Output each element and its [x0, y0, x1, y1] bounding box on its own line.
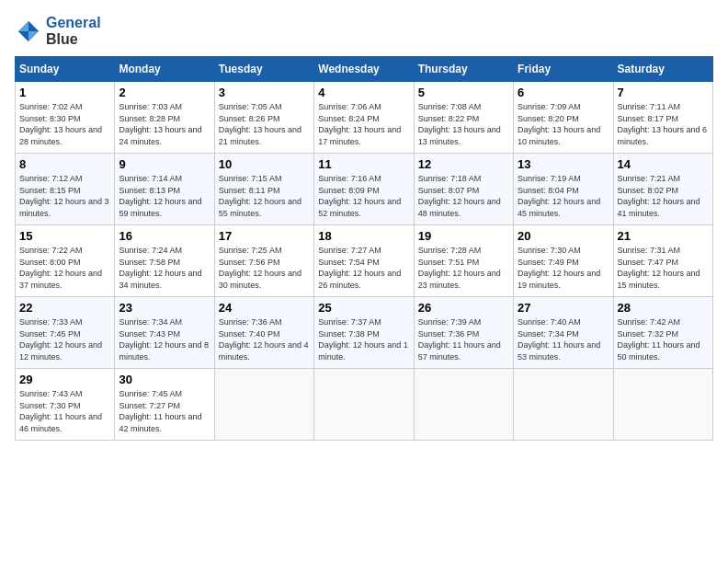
logo: General Blue	[15, 15, 101, 47]
day-cell: 9 Sunrise: 7:14 AM Sunset: 8:13 PM Dayli…	[115, 154, 214, 225]
col-wednesday: Wednesday	[314, 57, 414, 82]
day-cell: 23 Sunrise: 7:34 AM Sunset: 7:43 PM Dayl…	[115, 297, 214, 369]
day-detail: Sunrise: 7:03 AM Sunset: 8:28 PM Dayligh…	[119, 101, 210, 147]
day-detail: Sunrise: 7:22 AM Sunset: 8:00 PM Dayligh…	[19, 245, 110, 291]
week-row-3: 15 Sunrise: 7:22 AM Sunset: 8:00 PM Dayl…	[16, 225, 713, 297]
col-friday: Friday	[514, 57, 613, 82]
day-number: 29	[19, 373, 110, 386]
day-detail: Sunrise: 7:42 AM Sunset: 7:32 PM Dayligh…	[618, 316, 709, 362]
col-sunday: Sunday	[16, 57, 115, 82]
header-row: Sunday Monday Tuesday Wednesday Thursday…	[16, 57, 713, 82]
day-detail: Sunrise: 7:45 AM Sunset: 7:27 PM Dayligh…	[119, 388, 210, 434]
day-cell: 29 Sunrise: 7:43 AM Sunset: 7:30 PM Dayl…	[16, 369, 115, 441]
header: General Blue	[15, 15, 713, 47]
day-detail: Sunrise: 7:12 AM Sunset: 8:15 PM Dayligh…	[19, 173, 110, 219]
col-thursday: Thursday	[414, 57, 513, 82]
day-cell: 28 Sunrise: 7:42 AM Sunset: 7:32 PM Dayl…	[613, 297, 712, 369]
day-cell: 15 Sunrise: 7:22 AM Sunset: 8:00 PM Dayl…	[16, 225, 115, 297]
day-cell: 20 Sunrise: 7:30 AM Sunset: 7:49 PM Dayl…	[514, 225, 613, 297]
day-detail: Sunrise: 7:05 AM Sunset: 8:26 PM Dayligh…	[219, 101, 310, 147]
day-cell	[514, 369, 613, 441]
day-number: 22	[19, 301, 110, 315]
day-number: 26	[418, 301, 509, 315]
day-detail: Sunrise: 7:27 AM Sunset: 7:54 PM Dayligh…	[318, 245, 409, 291]
day-cell: 6 Sunrise: 7:09 AM Sunset: 8:20 PM Dayli…	[514, 82, 613, 154]
col-monday: Monday	[115, 57, 214, 82]
day-cell	[613, 369, 712, 441]
day-detail: Sunrise: 7:06 AM Sunset: 8:24 PM Dayligh…	[318, 101, 409, 147]
day-detail: Sunrise: 7:24 AM Sunset: 7:58 PM Dayligh…	[119, 245, 210, 291]
day-detail: Sunrise: 7:36 AM Sunset: 7:40 PM Dayligh…	[219, 316, 310, 362]
day-detail: Sunrise: 7:02 AM Sunset: 8:30 PM Dayligh…	[19, 101, 110, 147]
day-detail: Sunrise: 7:30 AM Sunset: 7:49 PM Dayligh…	[518, 245, 609, 291]
day-detail: Sunrise: 7:37 AM Sunset: 7:38 PM Dayligh…	[318, 316, 409, 362]
day-number: 7	[618, 86, 709, 99]
day-cell: 1 Sunrise: 7:02 AM Sunset: 8:30 PM Dayli…	[16, 82, 115, 154]
day-cell: 19 Sunrise: 7:28 AM Sunset: 7:51 PM Dayl…	[414, 225, 513, 297]
day-number: 1	[19, 86, 110, 99]
day-cell: 14 Sunrise: 7:21 AM Sunset: 8:02 PM Dayl…	[613, 154, 712, 225]
day-cell: 3 Sunrise: 7:05 AM Sunset: 8:26 PM Dayli…	[214, 82, 313, 154]
day-detail: Sunrise: 7:25 AM Sunset: 7:56 PM Dayligh…	[219, 245, 310, 291]
col-saturday: Saturday	[613, 57, 712, 82]
day-cell: 2 Sunrise: 7:03 AM Sunset: 8:28 PM Dayli…	[115, 82, 214, 154]
day-cell: 7 Sunrise: 7:11 AM Sunset: 8:17 PM Dayli…	[613, 82, 712, 154]
day-number: 16	[119, 229, 210, 243]
day-cell: 30 Sunrise: 7:45 AM Sunset: 7:27 PM Dayl…	[115, 369, 214, 441]
day-cell: 26 Sunrise: 7:39 AM Sunset: 7:36 PM Dayl…	[414, 297, 513, 369]
day-cell: 8 Sunrise: 7:12 AM Sunset: 8:15 PM Dayli…	[16, 154, 115, 225]
day-cell: 21 Sunrise: 7:31 AM Sunset: 7:47 PM Dayl…	[613, 225, 712, 297]
day-cell: 16 Sunrise: 7:24 AM Sunset: 7:58 PM Dayl…	[115, 225, 214, 297]
day-cell	[414, 369, 513, 441]
day-cell: 11 Sunrise: 7:16 AM Sunset: 8:09 PM Dayl…	[314, 154, 414, 225]
day-detail: Sunrise: 7:15 AM Sunset: 8:11 PM Dayligh…	[219, 173, 310, 219]
day-cell: 18 Sunrise: 7:27 AM Sunset: 7:54 PM Dayl…	[314, 225, 414, 297]
day-cell: 17 Sunrise: 7:25 AM Sunset: 7:56 PM Dayl…	[214, 225, 313, 297]
day-number: 21	[618, 229, 709, 243]
day-number: 20	[518, 229, 609, 243]
day-cell: 24 Sunrise: 7:36 AM Sunset: 7:40 PM Dayl…	[214, 297, 313, 369]
day-detail: Sunrise: 7:28 AM Sunset: 7:51 PM Dayligh…	[418, 245, 509, 291]
calendar-page: General Blue Sunday Monday Tuesday Wedne…	[0, 0, 728, 563]
day-number: 5	[418, 86, 509, 99]
day-detail: Sunrise: 7:08 AM Sunset: 8:22 PM Dayligh…	[418, 101, 509, 147]
day-number: 11	[318, 157, 409, 171]
week-row-1: 1 Sunrise: 7:02 AM Sunset: 8:30 PM Dayli…	[16, 82, 713, 154]
day-number: 24	[219, 301, 310, 315]
day-cell: 10 Sunrise: 7:15 AM Sunset: 8:11 PM Dayl…	[214, 154, 313, 225]
day-detail: Sunrise: 7:31 AM Sunset: 7:47 PM Dayligh…	[618, 245, 709, 291]
day-number: 30	[119, 373, 210, 386]
day-detail: Sunrise: 7:11 AM Sunset: 8:17 PM Dayligh…	[618, 101, 709, 147]
day-number: 23	[119, 301, 210, 315]
day-cell: 25 Sunrise: 7:37 AM Sunset: 7:38 PM Dayl…	[314, 297, 414, 369]
day-number: 6	[518, 86, 609, 99]
day-detail: Sunrise: 7:18 AM Sunset: 8:07 PM Dayligh…	[418, 173, 509, 219]
day-detail: Sunrise: 7:16 AM Sunset: 8:09 PM Dayligh…	[318, 173, 409, 219]
day-detail: Sunrise: 7:39 AM Sunset: 7:36 PM Dayligh…	[418, 316, 509, 362]
day-number: 15	[19, 229, 110, 243]
day-number: 17	[219, 229, 310, 243]
day-detail: Sunrise: 7:14 AM Sunset: 8:13 PM Dayligh…	[119, 173, 210, 219]
week-row-4: 22 Sunrise: 7:33 AM Sunset: 7:45 PM Dayl…	[16, 297, 713, 369]
day-cell: 12 Sunrise: 7:18 AM Sunset: 8:07 PM Dayl…	[414, 154, 513, 225]
week-row-5: 29 Sunrise: 7:43 AM Sunset: 7:30 PM Dayl…	[16, 369, 713, 441]
day-detail: Sunrise: 7:34 AM Sunset: 7:43 PM Dayligh…	[119, 316, 210, 362]
day-number: 18	[318, 229, 409, 243]
logo-text: General Blue	[46, 15, 101, 47]
day-number: 3	[219, 86, 310, 99]
day-cell	[314, 369, 414, 441]
day-cell: 22 Sunrise: 7:33 AM Sunset: 7:45 PM Dayl…	[16, 297, 115, 369]
day-number: 28	[618, 301, 709, 315]
day-number: 8	[19, 157, 110, 171]
day-number: 12	[418, 157, 509, 171]
day-number: 25	[318, 301, 409, 315]
day-number: 19	[418, 229, 509, 243]
day-number: 10	[219, 157, 310, 171]
day-number: 2	[119, 86, 210, 99]
day-number: 27	[518, 301, 609, 315]
day-detail: Sunrise: 7:09 AM Sunset: 8:20 PM Dayligh…	[518, 101, 609, 147]
day-number: 13	[518, 157, 609, 171]
col-tuesday: Tuesday	[214, 57, 313, 82]
day-cell: 5 Sunrise: 7:08 AM Sunset: 8:22 PM Dayli…	[414, 82, 513, 154]
day-number: 14	[618, 157, 709, 171]
